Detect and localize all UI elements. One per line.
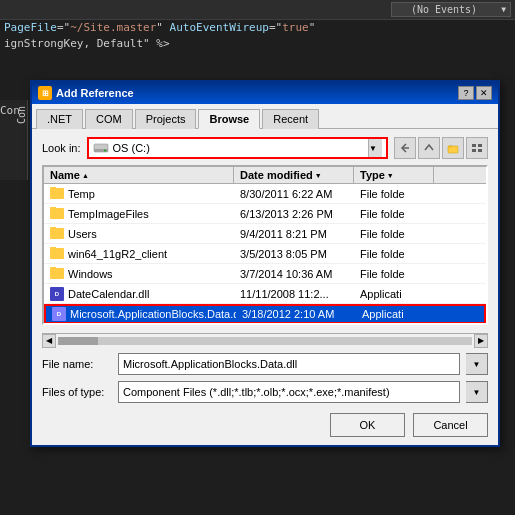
file-date-cell-selected: 3/18/2012 2:10 AM xyxy=(236,307,356,321)
type-sort-arrow-icon: ▼ xyxy=(387,172,394,179)
sidebar-con-text: Con xyxy=(0,104,20,117)
file-type-cell: Applicati xyxy=(354,287,434,301)
table-row[interactable]: Windows 3/7/2014 10:36 AM File folde xyxy=(44,264,486,284)
file-type-cell-selected: Applicati xyxy=(356,307,436,321)
dialog-title: Add Reference xyxy=(56,87,134,99)
col-header-date[interactable]: Date modified ▼ xyxy=(234,167,354,183)
file-type-cell: File folde xyxy=(354,227,434,241)
file-type-cell: File folde xyxy=(354,187,434,201)
svg-rect-4 xyxy=(472,144,476,147)
look-in-value: OS (C:) xyxy=(113,142,364,154)
toolbar-icons xyxy=(394,137,488,159)
tab-projects[interactable]: Projects xyxy=(135,109,197,129)
new-folder-button[interactable] xyxy=(442,137,464,159)
file-name-cell: Temp xyxy=(44,187,234,201)
no-events-dropdown[interactable]: (No Events) ▼ xyxy=(391,2,511,17)
file-date-cell: 9/4/2011 8:21 PM xyxy=(234,227,354,241)
file-date-cell: 3/7/2014 10:36 AM xyxy=(234,267,354,281)
back-icon xyxy=(399,142,411,154)
filename-row: File name: ▼ xyxy=(42,353,488,375)
file-name-cell: Windows xyxy=(44,267,234,281)
ok-button[interactable]: OK xyxy=(330,413,405,437)
tabs-bar: .NET COM Projects Browse Recent xyxy=(32,104,498,129)
dialog-titlebar: ⊞ Add Reference ? ✕ xyxy=(32,82,498,104)
file-date-cell: 8/30/2011 6:22 AM xyxy=(234,187,354,201)
filename-label: File name: xyxy=(42,358,112,370)
dialog-control-buttons: ? ✕ xyxy=(458,86,492,100)
filetype-label: Files of type: xyxy=(42,386,112,398)
svg-rect-6 xyxy=(472,149,476,152)
dialog-title-area: ⊞ Add Reference xyxy=(38,86,134,100)
file-name-cell: Users xyxy=(44,227,234,241)
filetype-row: Files of type: ▼ xyxy=(42,381,488,403)
dll-icon: D xyxy=(50,287,64,301)
file-type-cell: File folde xyxy=(354,267,434,281)
help-button[interactable]: ? xyxy=(458,86,474,100)
folder-icon xyxy=(50,208,64,219)
look-in-row: Look in: OS (C:) ▼ xyxy=(42,137,488,159)
scroll-left-button[interactable]: ◀ xyxy=(42,334,56,348)
up-button[interactable] xyxy=(418,137,440,159)
file-date-cell: 6/13/2013 2:26 PM xyxy=(234,207,354,221)
file-name-cell: win64_11gR2_client xyxy=(44,247,234,261)
dropdown-arrow-icon: ▼ xyxy=(501,5,506,14)
filename-dropdown-arrow[interactable]: ▼ xyxy=(466,353,488,375)
button-row: OK Cancel xyxy=(42,413,488,437)
filetype-dropdown-arrow[interactable]: ▼ xyxy=(466,381,488,403)
folder-icon xyxy=(50,248,64,259)
table-row[interactable]: Users 9/4/2011 8:21 PM File folde xyxy=(44,224,486,244)
filetype-arrow-icon: ▼ xyxy=(473,388,481,397)
svg-rect-7 xyxy=(478,149,482,152)
file-list-header: Name ▲ Date modified ▼ Type ▼ xyxy=(44,167,486,184)
tab-recent[interactable]: Recent xyxy=(262,109,319,129)
filename-arrow-icon: ▼ xyxy=(473,360,481,369)
file-date-cell: 11/11/2008 11:2... xyxy=(234,287,354,301)
filename-input[interactable] xyxy=(118,353,460,375)
file-name-cell: TempImageFiles xyxy=(44,207,234,221)
look-in-dropdown-arrow[interactable]: ▼ xyxy=(368,139,382,157)
horizontal-scrollbar[interactable]: ◀ ▶ xyxy=(42,333,488,347)
cancel-button[interactable]: Cancel xyxy=(413,413,488,437)
folder-icon xyxy=(50,268,64,279)
file-type-cell: File folde xyxy=(354,247,434,261)
file-type-cell: File folde xyxy=(354,207,434,221)
views-button[interactable] xyxy=(466,137,488,159)
add-reference-dialog: ⊞ Add Reference ? ✕ .NET COM Projects Br… xyxy=(30,80,500,447)
arrow-icon: ▼ xyxy=(369,144,382,153)
close-button[interactable]: ✕ xyxy=(476,86,492,100)
scroll-track[interactable] xyxy=(58,337,472,345)
views-icon xyxy=(471,142,483,154)
table-row[interactable]: win64_11gR2_client 3/5/2013 8:05 PM File… xyxy=(44,244,486,264)
svg-point-2 xyxy=(104,150,106,152)
scroll-thumb[interactable] xyxy=(58,337,98,345)
filetype-input[interactable] xyxy=(118,381,460,403)
svg-rect-5 xyxy=(478,144,482,147)
table-row-selected[interactable]: D Microsoft.ApplicationBlocks.Data.dll 3… xyxy=(44,304,486,324)
table-row[interactable]: D DateCalendar.dll 11/11/2008 11:2... Ap… xyxy=(44,284,486,304)
back-button[interactable] xyxy=(394,137,416,159)
dll-icon-selected: D xyxy=(52,307,66,321)
dialog-icon: ⊞ xyxy=(38,86,52,100)
editor-line-1: PageFile="~/Site.master" AutoEventWireup… xyxy=(0,20,515,36)
col-header-type[interactable]: Type ▼ xyxy=(354,167,434,183)
scroll-right-button[interactable]: ▶ xyxy=(474,334,488,348)
look-in-label: Look in: xyxy=(42,142,81,154)
file-name-cell: D DateCalendar.dll xyxy=(44,286,234,302)
tab-net[interactable]: .NET xyxy=(36,109,83,129)
folder-icon xyxy=(50,188,64,199)
drive-icon xyxy=(93,141,109,155)
file-name-cell-selected: D Microsoft.ApplicationBlocks.Data.dll xyxy=(46,306,236,322)
editor-line-2: ignStrongKey, Default" %> xyxy=(0,36,515,52)
table-row[interactable]: Temp 8/30/2011 6:22 AM File folde xyxy=(44,184,486,204)
new-folder-icon xyxy=(447,142,459,154)
tab-browse[interactable]: Browse xyxy=(198,109,260,129)
up-icon xyxy=(423,142,435,154)
file-list-container: Name ▲ Date modified ▼ Type ▼ Temp 8 xyxy=(42,165,488,325)
date-sort-arrow-icon: ▼ xyxy=(315,172,322,179)
dialog-body: Look in: OS (C:) ▼ xyxy=(32,129,498,445)
table-row[interactable]: TempImageFiles 6/13/2013 2:26 PM File fo… xyxy=(44,204,486,224)
sort-arrow-icon: ▲ xyxy=(82,172,89,179)
col-header-name[interactable]: Name ▲ xyxy=(44,167,234,183)
look-in-combo[interactable]: OS (C:) ▼ xyxy=(87,137,388,159)
tab-com[interactable]: COM xyxy=(85,109,133,129)
